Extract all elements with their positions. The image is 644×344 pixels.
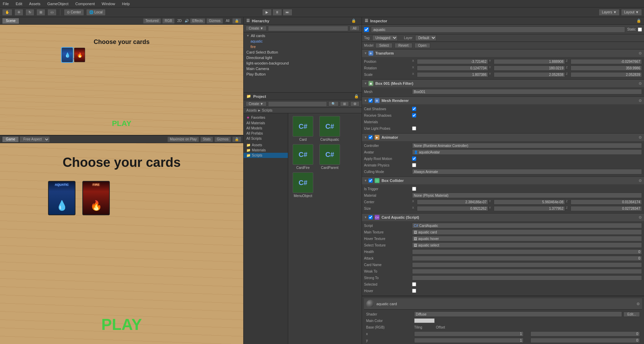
mesh-filter-header[interactable]: ▼ ▣ Box 001 (Mesh Filter) ⚙ [362, 80, 644, 87]
audio-btn[interactable]: 🔊 [185, 19, 189, 23]
step-button[interactable]: ⏭ [283, 9, 292, 16]
move-tool[interactable]: ✛ [14, 9, 23, 16]
asset-cardparent[interactable]: C# CardParent [318, 144, 342, 170]
asset-menuobject[interactable]: C# MenuObject [291, 172, 315, 198]
main-color-swatch[interactable] [414, 318, 435, 323]
tiling-y-input[interactable] [414, 338, 524, 343]
sz-input[interactable] [571, 206, 642, 211]
avatar-value[interactable]: 👤 aquaticAvatar [412, 149, 642, 155]
card-name-input[interactable] [412, 262, 642, 267]
asset-cardaquatic[interactable]: C# CardAquatic [318, 116, 342, 141]
sidebar-all-prefabs[interactable]: All Prefabs [244, 131, 288, 136]
script-value[interactable]: C# CardAquatic [412, 223, 642, 228]
hand-tool[interactable]: ✋ [2, 9, 12, 16]
rot-x-input[interactable] [417, 66, 488, 71]
lock-scene-btn[interactable]: 🔒 [232, 18, 241, 24]
select-texture-value[interactable]: 🖼 aquatic select [412, 242, 642, 248]
card-script-menu[interactable]: ⚙ [639, 215, 642, 220]
game-card-aquatic[interactable]: AQUATIC 💧 [48, 181, 75, 215]
sx-input[interactable] [417, 206, 488, 211]
tag-select[interactable]: Untagged [372, 35, 398, 41]
sidebar-scripts[interactable]: 📁 Scripts [244, 153, 288, 158]
hierarchy-all-btn[interactable]: All [350, 26, 360, 31]
sidebar-favorites[interactable]: ★ Favorites [244, 115, 288, 121]
tree-background[interactable]: light-wooden-background [244, 60, 362, 66]
is-trigger-check[interactable] [412, 187, 416, 191]
select-btn[interactable]: Select [375, 43, 393, 48]
material-menu-btn[interactable]: ⚙ [636, 302, 640, 306]
sidebar-all-materials[interactable]: All Materials [244, 121, 288, 126]
tree-card-select-button[interactable]: Card Select Button [244, 49, 362, 55]
scene-gizmos-btn[interactable]: Gizmos [207, 18, 223, 24]
health-input[interactable] [412, 249, 642, 254]
scene-card-fire[interactable]: 🔥 [74, 48, 85, 62]
hover-texture-value[interactable]: 🖼 aquatic hover [412, 236, 642, 241]
collider-material-value[interactable]: None (Physic Material) [412, 193, 642, 198]
menu-window[interactable]: Window [100, 1, 116, 7]
cast-shadows-check[interactable] [412, 107, 416, 111]
mesh-renderer-toggle[interactable] [368, 99, 373, 103]
card-script-header[interactable]: ▼ C# Card Aquatic (Script) ⚙ [362, 214, 644, 221]
stats-btn[interactable]: Stats [200, 137, 213, 142]
mesh-renderer-header[interactable]: ▼ ⊞ Mesh Renderer ⚙ [362, 97, 644, 104]
cy-input[interactable] [494, 199, 565, 205]
game-gizmos-btn[interactable]: Gizmos [214, 137, 231, 142]
menu-assets[interactable]: Assets [28, 1, 42, 7]
scl-x-input[interactable] [417, 72, 488, 77]
rotate-tool[interactable]: ↻ [25, 9, 34, 16]
menu-gameobject[interactable]: GameObject [46, 1, 70, 7]
pos-z-input[interactable] [571, 59, 642, 64]
menu-edit[interactable]: Edit [14, 1, 24, 7]
offset-x-input[interactable] [530, 331, 640, 336]
strong-to-input[interactable] [412, 275, 642, 280]
menu-component[interactable]: Component [74, 1, 96, 7]
object-active-toggle[interactable] [364, 27, 369, 32]
rot-z-input[interactable] [571, 66, 642, 71]
project-lock-btn[interactable]: 🔒 [354, 94, 359, 99]
receive-shadows-check[interactable] [412, 113, 416, 117]
pos-y-input[interactable] [494, 59, 565, 64]
static-checkbox[interactable] [638, 27, 642, 32]
revert-btn[interactable]: Revert [395, 43, 412, 48]
sidebar-materials[interactable]: 📁 Materials [244, 148, 288, 153]
transform-menu[interactable]: ⚙ [639, 51, 642, 56]
scene-card-aquatic[interactable]: 💧 [62, 48, 73, 62]
local-btn[interactable]: 🌐 Local [86, 9, 106, 16]
rect-tool[interactable]: ▭ [47, 9, 57, 16]
tiling-x-input[interactable] [414, 331, 524, 336]
object-name-input[interactable] [371, 26, 625, 33]
scl-z-input[interactable] [571, 72, 642, 77]
pos-x-input[interactable] [417, 59, 488, 64]
sidebar-all-scripts[interactable]: All Scripts [244, 136, 288, 141]
transform-header[interactable]: ▼ ⊕ Transform ⚙ [362, 49, 644, 57]
project-search-btn[interactable]: 🔍 [328, 101, 339, 106]
mesh-filter-menu[interactable]: ⚙ [639, 81, 642, 86]
hierarchy-search[interactable] [268, 26, 348, 31]
box-collider-toggle[interactable] [368, 179, 373, 183]
mesh-value[interactable]: Box001 [412, 89, 642, 94]
mesh-renderer-menu[interactable]: ⚙ [639, 99, 642, 103]
selected-check[interactable] [412, 282, 416, 286]
tree-all-cards[interactable]: ▼ All cards [244, 33, 362, 38]
layout-btn[interactable]: Layout ▼ [621, 9, 642, 16]
pause-button[interactable]: ⏸ [272, 9, 282, 16]
animator-toggle[interactable] [368, 135, 373, 139]
tree-directional-light[interactable]: Directional light [244, 55, 362, 60]
tree-fire[interactable]: fire [244, 44, 362, 49]
tree-play-button[interactable]: Play Button [244, 71, 362, 77]
culling-mode-value[interactable]: Always Animate [412, 169, 642, 174]
asset-cardfire[interactable]: C# CardFire [291, 144, 315, 170]
lock-game-btn[interactable]: 🔒 [232, 137, 241, 142]
rgb-btn[interactable]: RGB [162, 18, 175, 24]
cz-input[interactable] [571, 199, 642, 205]
use-light-probes-check[interactable] [412, 126, 416, 130]
scl-y-input[interactable] [494, 72, 565, 77]
2d-btn[interactable]: 2D [176, 19, 183, 23]
apply-root-motion-check[interactable] [412, 157, 416, 161]
box-collider-header[interactable]: ▼ □ Box Collider ⚙ [362, 177, 644, 184]
game-card-fire[interactable]: FIRE 🔥 [82, 181, 110, 215]
offset-y-input[interactable] [530, 338, 640, 343]
tree-main-camera[interactable]: Main Camera [244, 66, 362, 71]
textured-btn[interactable]: Textured [143, 18, 161, 24]
shader-value[interactable]: Diffuse [414, 311, 622, 317]
